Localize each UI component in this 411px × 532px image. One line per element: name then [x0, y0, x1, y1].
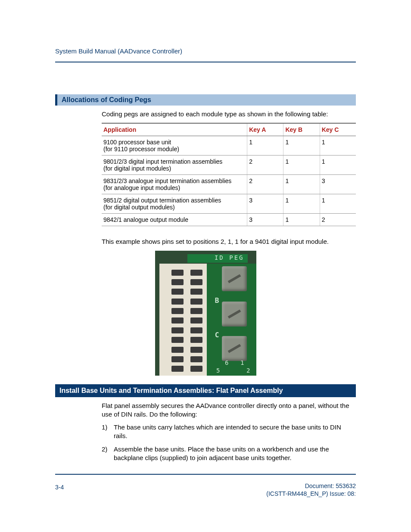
section2-intro: Flat panel assembly secures the AADvance… [102, 401, 356, 419]
section-heading-allocations: Allocations of Coding Pegs [55, 94, 356, 106]
page: System Build Manual (AADvance Controller… [0, 0, 411, 462]
cell-key-b: 1 [283, 175, 320, 194]
doc-line2: (ICSTT-RM448_EN_P) Issue: 08: [266, 490, 356, 497]
coding-peg-a [222, 266, 247, 291]
table-row: 9801/2/3 digital input termination assem… [102, 156, 356, 175]
pcb-strip-label: ID PEG [187, 254, 248, 263]
header-divider [55, 62, 356, 62]
cell-app-l1: 9842/1 analogue output module [103, 216, 188, 223]
th-application: Application [102, 123, 247, 136]
example-caption: This example shows pins set to positions… [102, 237, 356, 246]
th-key-b: Key B [283, 123, 320, 136]
cell-app-l1: 9831/2/3 analogue input termination asse… [103, 177, 231, 184]
pcb-photo: ID PEG B C 5 6 1 2 [155, 251, 256, 376]
cell-key-c: 1 [320, 194, 356, 214]
cell-key-b: 1 [283, 194, 320, 214]
cell-key-a: 2 [247, 156, 283, 175]
silk-num-5: 5 [216, 367, 220, 374]
cell-key-c: 2 [320, 214, 356, 226]
cell-app-l2: (for digital input modules) [103, 165, 171, 172]
cell-key-a: 2 [247, 175, 283, 194]
footer-divider [55, 474, 356, 475]
table-row: 9842/1 analogue output module 3 1 2 [102, 214, 356, 226]
coding-peg-b [222, 302, 247, 327]
cell-app-l1: 9801/2/3 digital input termination assem… [103, 158, 222, 165]
cell-app-l2: (for digital output modules) [103, 204, 175, 211]
silk-letter-c: C [215, 331, 219, 339]
cell-app-l1: 9851/2 digital output termination assemb… [103, 197, 221, 204]
cell-app-l1: 9100 processor base unit [103, 139, 171, 146]
th-key-c: Key C [320, 123, 356, 136]
section1-intro: Coding pegs are assigned to each module … [102, 110, 356, 118]
list-item: The base units carry latches which are i… [102, 423, 356, 441]
cell-key-b: 1 [283, 214, 320, 226]
document-info: Document: 553632 (ICSTT-RM448_EN_P) Issu… [266, 482, 356, 498]
cell-key-c: 1 [320, 156, 356, 175]
page-number: 3-4 [55, 484, 64, 491]
table-row: 9100 processor base unit(for 9110 proces… [102, 136, 356, 156]
silk-num-1: 1 [240, 359, 244, 366]
table-row: 9831/2/3 analogue input termination asse… [102, 175, 356, 194]
cell-key-a: 3 [247, 194, 283, 214]
pcb-connector [159, 264, 207, 376]
silk-num-2: 2 [246, 367, 250, 374]
cell-app-l2: (for 9110 processor module) [103, 146, 179, 152]
cell-key-c: 3 [320, 175, 356, 194]
cell-key-c: 1 [320, 136, 356, 156]
coding-pegs-table: Application Key A Key B Key C 9100 proce… [102, 123, 356, 226]
silk-num-6: 6 [225, 359, 228, 366]
silk-letter-b: B [215, 296, 219, 305]
cell-key-b: 1 [283, 156, 320, 175]
table-row: 9851/2 digital output termination assemb… [102, 194, 356, 214]
cell-key-a: 3 [247, 214, 283, 226]
install-steps-list: The base units carry latches which are i… [102, 423, 356, 462]
th-key-a: Key A [247, 123, 283, 136]
page-header-title: System Build Manual (AADvance Controller… [55, 47, 356, 55]
doc-line1: Document: 553632 [305, 482, 356, 489]
coding-peg-c [222, 336, 247, 361]
cell-app-l2: (for analogue input modules) [103, 184, 180, 191]
section-heading-install: Install Base Units and Termination Assem… [55, 384, 356, 397]
list-item: Assemble the base units. Place the base … [102, 445, 356, 463]
cell-key-a: 1 [247, 136, 283, 156]
cell-key-b: 1 [283, 136, 320, 156]
